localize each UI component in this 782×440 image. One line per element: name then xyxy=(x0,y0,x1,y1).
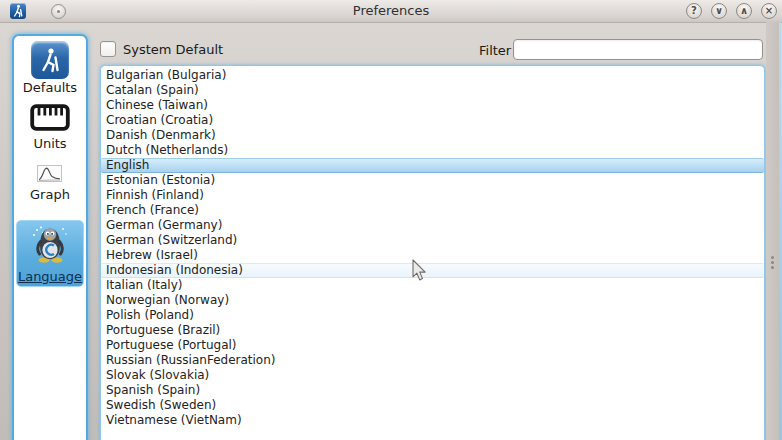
language-list-item[interactable]: Polish (Poland) xyxy=(101,308,764,323)
preferences-sidebar: Defaults Units Graph xyxy=(12,34,88,440)
graph-icon xyxy=(37,165,62,186)
system-default-label[interactable]: System Default xyxy=(123,42,223,57)
vertical-scrollbar[interactable] xyxy=(766,22,779,440)
titlebar: Preferences ? ∨ ∧ × xyxy=(0,0,782,23)
language-list-item[interactable]: Estonian (Estonia) xyxy=(101,173,764,188)
language-list-item[interactable]: French (France) xyxy=(101,203,764,218)
ruler-icon xyxy=(30,104,70,135)
sidebar-item-units[interactable]: Units xyxy=(30,104,70,151)
window-edge-highlight xyxy=(779,22,781,440)
sidebar-item-label: Defaults xyxy=(23,80,77,95)
sidebar-item-graph[interactable]: Graph xyxy=(30,165,70,202)
shade-icon: ∨ xyxy=(715,5,723,16)
language-list-item[interactable]: English xyxy=(101,158,764,173)
language-list-item[interactable]: Bulgarian (Bulgaria) xyxy=(101,68,764,83)
filter-input[interactable] xyxy=(513,39,763,60)
language-list-item[interactable]: Slovak (Slovakia) xyxy=(101,368,764,383)
language-list-item[interactable]: Vietnamese (VietNam) xyxy=(101,413,764,428)
close-icon: × xyxy=(765,5,773,16)
language-list-item[interactable]: Indonesian (Indonesia) xyxy=(101,263,764,278)
language-list[interactable]: Bulgarian (Bulgaria)Catalan (Spain)Chine… xyxy=(100,65,765,440)
language-list-item[interactable]: German (Switzerland) xyxy=(101,233,764,248)
help-button[interactable]: ? xyxy=(686,3,702,19)
sidebar-item-label: Units xyxy=(33,136,66,151)
language-list-item[interactable]: Dutch (Netherlands) xyxy=(101,143,764,158)
language-list-item[interactable]: Spanish (Spain) xyxy=(101,383,764,398)
language-list-item[interactable]: Portuguese (Brazil) xyxy=(101,323,764,338)
system-default-checkbox[interactable] xyxy=(100,41,116,57)
help-icon: ? xyxy=(691,5,697,16)
language-list-item[interactable]: Danish (Denmark) xyxy=(101,128,764,143)
titlebar-buttons: ? ∨ ∧ × xyxy=(686,3,777,19)
sidebar-item-label: Graph xyxy=(30,187,70,202)
unshade-icon: ∧ xyxy=(740,5,748,16)
filter-label: Filter xyxy=(479,43,511,58)
language-list-item[interactable]: Portuguese (Portugal) xyxy=(101,338,764,353)
language-list-item[interactable]: Swedish (Sweden) xyxy=(101,398,764,413)
maximize-button[interactable]: ∧ xyxy=(736,3,752,19)
window-title: Preferences xyxy=(0,0,782,22)
language-list-item[interactable]: Russian (RussianFederation) xyxy=(101,353,764,368)
scrollbar-grip-icon xyxy=(771,256,774,259)
sidebar-item-label: Language xyxy=(18,269,82,284)
language-list-item[interactable]: Chinese (Taiwan) xyxy=(101,98,764,113)
language-list-item[interactable]: Italian (Italy) xyxy=(101,278,764,293)
close-button[interactable]: × xyxy=(761,3,777,19)
penguin-icon xyxy=(29,224,71,268)
shade-button[interactable]: ∨ xyxy=(711,3,727,19)
language-list-item[interactable]: Finnish (Finland) xyxy=(101,188,764,203)
language-list-item[interactable]: Croatian (Croatia) xyxy=(101,113,764,128)
sidebar-item-language[interactable]: Language xyxy=(16,220,84,287)
sidebar-item-defaults[interactable]: Defaults xyxy=(23,41,77,95)
language-list-item[interactable]: Catalan (Spain) xyxy=(101,83,764,98)
hiker-icon xyxy=(31,41,69,79)
language-list-item[interactable]: German (Germany) xyxy=(101,218,764,233)
language-list-item[interactable]: Hebrew (Israel) xyxy=(101,248,764,263)
language-list-item[interactable]: Norwegian (Norway) xyxy=(101,293,764,308)
